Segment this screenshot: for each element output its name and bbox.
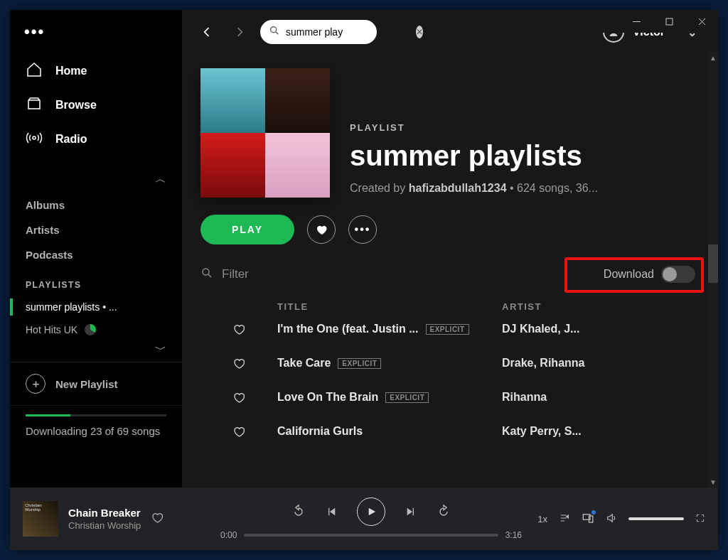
- track-row[interactable]: Take CareEXPLICIT Drake, Rihanna: [200, 346, 700, 380]
- now-playing-artist[interactable]: Christian Worship: [68, 520, 141, 531]
- chevron-up-icon[interactable]: ︿: [155, 172, 166, 187]
- like-playlist-button[interactable]: [307, 215, 336, 244]
- playlist-cover-art[interactable]: [200, 68, 330, 198]
- nav-radio[interactable]: Radio: [10, 122, 182, 156]
- explicit-badge: EXPLICIT: [426, 324, 469, 335]
- player-bar: Chain Breaker Christian Worship 0:00 3:1…: [10, 488, 718, 550]
- svg-rect-0: [666, 18, 673, 25]
- search-icon: [200, 266, 213, 283]
- more-options-button[interactable]: •••: [348, 215, 377, 244]
- browse-icon: [26, 95, 43, 115]
- app-window: ••• Home Browse Radio ︿ Albums Artis: [10, 10, 718, 550]
- nav-home[interactable]: Home: [10, 54, 182, 88]
- radio-icon: [26, 129, 43, 149]
- filter-input[interactable]: Filter: [200, 266, 249, 283]
- rewind-15-button[interactable]: [291, 505, 306, 519]
- like-track-button[interactable]: [200, 391, 277, 404]
- download-toggle[interactable]: [661, 266, 695, 283]
- main-nav: Home Browse Radio: [10, 54, 182, 156]
- nav-browse-label: Browse: [55, 99, 97, 112]
- playlist-title: summer playlists: [350, 140, 700, 172]
- now-playing: Chain Breaker Christian Worship: [23, 501, 208, 537]
- library-artists[interactable]: Artists: [26, 217, 166, 242]
- window-minimize-button[interactable]: [620, 10, 653, 33]
- window-close-button[interactable]: [685, 10, 718, 33]
- nav-back-button[interactable]: [195, 20, 219, 44]
- nav-radio-label: Radio: [55, 133, 87, 146]
- playlist-creator[interactable]: hafizabdullah1234: [409, 182, 507, 194]
- queue-button[interactable]: [559, 512, 570, 526]
- sidebar: ••• Home Browse Radio ︿ Albums Artis: [10, 10, 182, 488]
- track-artist[interactable]: Rihanna: [502, 391, 700, 404]
- like-track-button[interactable]: [200, 357, 277, 370]
- like-now-playing-button[interactable]: [151, 511, 164, 527]
- playlist-byline: Created by hafizabdullah1234 • 624 songs…: [350, 182, 700, 195]
- window-maximize-button[interactable]: [653, 10, 685, 33]
- volume-slider[interactable]: [628, 517, 684, 520]
- app-body: ••• Home Browse Radio ︿ Albums Artis: [10, 10, 718, 488]
- track-title: Take Care: [277, 357, 331, 370]
- nav-forward-button[interactable]: [228, 20, 252, 44]
- next-track-button[interactable]: [405, 506, 417, 517]
- progress-bar[interactable]: [244, 534, 498, 537]
- now-playing-title[interactable]: Chain Breaker: [68, 507, 141, 519]
- search-input[interactable]: [286, 26, 410, 38]
- main-panel: ✕ Victor ⌄ PLAYLIST summer playlists: [182, 10, 718, 488]
- svg-point-2: [271, 27, 277, 33]
- track-artist[interactable]: DJ Khaled, J...: [502, 323, 700, 335]
- forward-15-button[interactable]: [437, 505, 451, 519]
- library-podcasts[interactable]: Podcasts: [26, 242, 166, 267]
- sidebar-playlist-item[interactable]: summer playlists • ...: [10, 296, 182, 318]
- download-progress-icon: [85, 324, 96, 335]
- plus-icon: ＋: [26, 374, 46, 394]
- library-albums[interactable]: Albums: [26, 193, 166, 217]
- playlist-kicker: PLAYLIST: [350, 122, 700, 133]
- nav-browse[interactable]: Browse: [10, 88, 182, 122]
- clear-search-button[interactable]: ✕: [416, 26, 423, 38]
- home-icon: [26, 61, 43, 81]
- download-status-text: Downloading 23 of 69 songs: [26, 424, 166, 440]
- vertical-scrollbar[interactable]: ▲ ▼: [708, 53, 718, 488]
- volume-button[interactable]: [606, 512, 617, 526]
- track-artist[interactable]: Katy Perry, S...: [502, 425, 700, 438]
- fullscreen-button[interactable]: [695, 513, 705, 525]
- elapsed-time: 0:00: [220, 530, 237, 540]
- playlist-item-label: Hot Hits UK: [26, 324, 77, 335]
- svg-point-1: [33, 136, 36, 139]
- filter-placeholder: Filter: [222, 267, 249, 281]
- new-playlist-button[interactable]: ＋ New Playlist: [10, 362, 182, 405]
- track-title: Love On The Brain: [277, 391, 378, 404]
- track-row[interactable]: Love On The BrainEXPLICIT Rihanna: [200, 380, 700, 414]
- sidebar-playlist-item[interactable]: Hot Hits UK: [10, 318, 182, 341]
- like-track-button[interactable]: [200, 425, 277, 438]
- devices-button[interactable]: [582, 512, 594, 527]
- chevron-down-icon[interactable]: ﹀: [155, 343, 166, 357]
- track-artist[interactable]: Drake, Rihanna: [502, 357, 700, 370]
- scrollbar-thumb[interactable]: [708, 244, 718, 283]
- download-toggle-group: Download: [604, 266, 695, 283]
- scroll-down-icon[interactable]: ▼: [710, 478, 717, 486]
- playback-controls: 0:00 3:16: [220, 497, 522, 540]
- download-progress-bar: [26, 414, 166, 416]
- playlist-item-label: summer playlists • ...: [26, 301, 117, 313]
- track-title: I'm the One (feat. Justin ...: [277, 323, 419, 335]
- content-area: PLAYLIST summer playlists Created by haf…: [182, 54, 718, 488]
- scroll-up-icon[interactable]: ▲: [710, 54, 717, 62]
- download-status: Downloading 23 of 69 songs: [10, 405, 182, 440]
- track-row[interactable]: California Gurls Katy Perry, S...: [200, 414, 700, 448]
- playlist-meta: PLAYLIST summer playlists Created by haf…: [350, 68, 700, 198]
- app-menu-button[interactable]: •••: [10, 18, 182, 54]
- column-artist[interactable]: ARTIST: [502, 301, 700, 312]
- playback-speed-button[interactable]: 1x: [537, 514, 547, 524]
- like-track-button[interactable]: [200, 323, 277, 335]
- play-pause-button[interactable]: [357, 497, 385, 526]
- prev-track-button[interactable]: [326, 506, 337, 517]
- ellipsis-icon: •••: [355, 223, 371, 236]
- nav-home-label: Home: [55, 65, 87, 77]
- svg-rect-6: [589, 516, 593, 522]
- search-box[interactable]: ✕: [260, 20, 377, 44]
- play-button[interactable]: PLAY: [200, 215, 294, 244]
- track-row[interactable]: I'm the One (feat. Justin ...EXPLICIT DJ…: [200, 312, 700, 346]
- column-title[interactable]: TITLE: [277, 301, 502, 312]
- now-playing-cover[interactable]: [23, 501, 58, 537]
